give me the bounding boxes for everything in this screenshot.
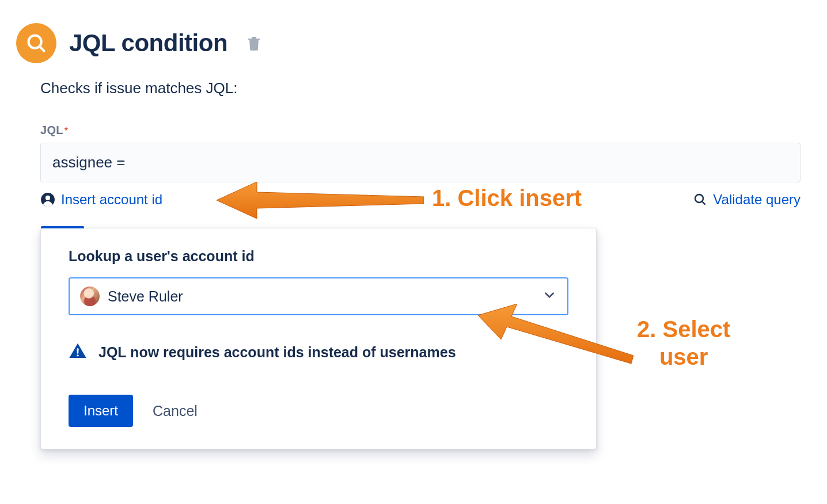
page-title: JQL condition	[69, 29, 227, 57]
delete-icon[interactable]	[247, 35, 261, 51]
lookup-user-popup: Lookup a user's account id Steve Ruler J…	[40, 228, 597, 449]
page-subtitle: Checks if issue matches JQL:	[40, 79, 811, 97]
annotation-label-2: 2. Selectuser	[637, 315, 730, 371]
user-select-dropdown[interactable]: Steve Ruler	[69, 277, 568, 315]
insert-button[interactable]: Insert	[69, 395, 133, 427]
info-row: JQL now requires account ids instead of …	[69, 342, 568, 362]
cancel-button[interactable]: Cancel	[153, 403, 198, 419]
svg-line-7	[702, 201, 705, 204]
svg-rect-3	[255, 42, 256, 48]
required-asterisk: *	[65, 126, 68, 136]
insert-account-id-label: Insert account id	[61, 192, 162, 208]
selected-user-name: Steve Ruler	[108, 288, 183, 305]
jql-label-row: JQL*	[40, 124, 801, 137]
search-icon	[16, 23, 56, 63]
validate-query-label: Validate query	[713, 192, 801, 208]
jql-input[interactable]	[40, 143, 801, 182]
warning-icon	[69, 342, 87, 362]
popup-title: Lookup a user's account id	[69, 248, 568, 265]
page-header: JQL condition	[16, 23, 811, 63]
insert-account-id-link[interactable]: Insert account id	[40, 192, 162, 208]
svg-point-5	[45, 196, 50, 200]
svg-rect-2	[252, 42, 253, 48]
person-circle-icon	[40, 192, 55, 207]
jql-field-label: JQL	[40, 124, 63, 136]
info-text: JQL now requires account ids instead of …	[98, 344, 456, 361]
avatar	[80, 287, 100, 306]
svg-line-1	[40, 47, 44, 51]
validate-query-link[interactable]: Validate query	[693, 192, 801, 208]
magnify-icon	[693, 193, 707, 207]
chevron-down-icon	[542, 288, 557, 305]
